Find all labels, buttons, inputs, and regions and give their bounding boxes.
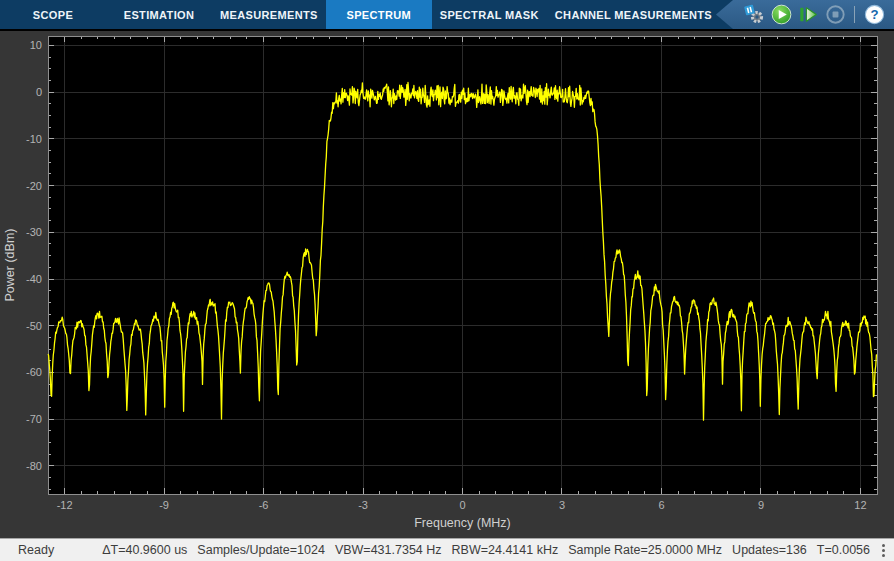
spectrum-plot[interactable]: -12-9-6-3036912100-10-20-30-40-50-60-70-… [0,31,894,538]
status-segment: Sample Rate=25.0000 MHz [568,543,722,557]
stop-circle-icon [825,4,846,25]
tab-channel-measurements[interactable]: CHANNEL MEASUREMENTS [547,0,720,29]
x-axis-title: Frequency (MHz) [414,516,511,530]
step-options-button[interactable] [742,3,766,27]
status-state: Ready [0,543,54,557]
scope-area: -12-9-6-3036912100-10-20-30-40-50-60-70-… [0,31,894,538]
play-circle-icon [771,4,792,25]
x-tick-label: 3 [559,499,565,511]
stop-button[interactable] [823,3,847,27]
question-mark-icon: ? [864,4,885,25]
tab-estimation[interactable]: ESTIMATION [106,0,212,29]
x-tick-label: 9 [758,499,764,511]
tab-scope[interactable]: SCOPE [0,0,106,29]
status-segment: T=0.0056 [817,543,870,557]
y-tick-label: -20 [26,180,42,192]
x-tick-label: 6 [658,499,664,511]
tab-spectrum[interactable]: SPECTRUM [326,0,432,29]
status-segment: Updates=136 [732,543,807,557]
status-segment: RBW=24.4141 kHz [452,543,559,557]
status-segment: VBW=431.7354 Hz [335,543,442,557]
x-tick-label: 12 [854,499,866,511]
scope-toolbar: ? [716,0,894,29]
svg-text:?: ? [870,7,878,22]
y-tick-label: 0 [36,86,42,98]
y-tick-label: -70 [26,413,42,425]
y-tick-label: -50 [26,320,42,332]
y-axis-title: Power (dBm) [3,229,17,302]
run-button[interactable] [769,3,793,27]
spectrum-analyzer-window: SCOPEESTIMATIONMEASUREMENTSSPECTRUMSPECT… [0,0,894,561]
x-tick-label: -6 [259,499,269,511]
y-tick-label: -80 [26,460,42,472]
tab-spectral-mask[interactable]: SPECTRAL MASK [432,0,547,29]
x-tick-label: 0 [459,499,465,511]
status-segment: ΔT=40.9600 us [102,543,187,557]
status-measurements: ΔT=40.9600 usSamples/Update=1024VBW=431.… [102,543,870,557]
y-tick-label: -40 [26,273,42,285]
kebab-menu-icon[interactable] [870,544,894,557]
y-tick-label: -10 [26,133,42,145]
gear-with-pause-icon [744,4,765,25]
step-forward-button[interactable] [796,3,820,27]
step-forward-icon [798,4,819,25]
y-tick-label: -60 [26,366,42,378]
x-tick-label: -12 [57,499,73,511]
help-button[interactable]: ? [862,3,886,27]
status-segment: Samples/Update=1024 [197,543,325,557]
x-tick-label: -3 [358,499,368,511]
tab-bar: SCOPEESTIMATIONMEASUREMENTSSPECTRUMSPECT… [0,0,894,31]
status-bar: Ready ΔT=40.9600 usSamples/Update=1024VB… [0,538,894,561]
y-tick-label: -30 [26,226,42,238]
tab-measurements[interactable]: MEASUREMENTS [212,0,326,29]
toolbar-separator [854,6,855,23]
y-tick-label: 10 [30,39,42,51]
x-tick-label: -9 [159,499,169,511]
